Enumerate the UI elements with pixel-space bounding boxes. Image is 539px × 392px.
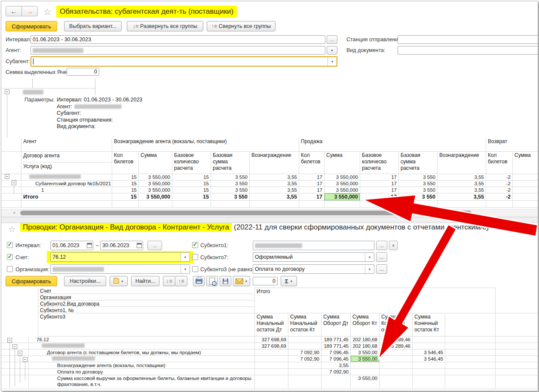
- value-cell[interactable]: [413, 337, 445, 343]
- row-label[interactable]: 76.12: [29, 337, 255, 343]
- expander-icon[interactable]: −: [7, 338, 12, 343]
- find-button[interactable]: Найти...: [131, 276, 159, 286]
- value-cell[interactable]: [288, 337, 322, 343]
- value-cell[interactable]: 3 550,000: [325, 193, 360, 201]
- collapse-all-groups-button[interactable]: ↑≡ Свернуть все группы: [207, 21, 276, 31]
- value-cell[interactable]: 17: [360, 187, 399, 193]
- value-cell[interactable]: [513, 174, 538, 181]
- value-cell[interactable]: 3 550,000: [325, 174, 360, 181]
- value-cell[interactable]: 17: [299, 193, 325, 201]
- favorite-star-icon[interactable]: ☆: [8, 224, 15, 234]
- value-cell[interactable]: [413, 369, 445, 375]
- generate-button[interactable]: Сформировать: [6, 21, 57, 31]
- value-cell[interactable]: 3,55: [438, 174, 486, 181]
- value-cell[interactable]: 7 092,90: [322, 369, 351, 375]
- row-label[interactable]: 1: [21, 187, 112, 193]
- subconto3-checkbox[interactable]: [192, 266, 198, 272]
- value-cell[interactable]: 315 289,46: [380, 337, 413, 343]
- chevron-down-icon[interactable]: ▼: [365, 253, 374, 261]
- subconto3-input[interactable]: Оплата по договору ▼: [253, 264, 374, 274]
- generate-button[interactable]: Сформировать: [6, 276, 57, 286]
- favorite-star-icon[interactable]: ☆: [43, 7, 52, 17]
- chevron-down-icon[interactable]: ▼: [328, 57, 337, 66]
- value-cell[interactable]: [255, 375, 288, 389]
- column-header[interactable]: Вознаграждение: [250, 152, 299, 174]
- chevron-down-icon[interactable]: ▼: [365, 265, 374, 273]
- value-cell[interactable]: 3 550: [399, 187, 438, 193]
- column-header[interactable]: Базовое количесво расчета: [172, 152, 211, 174]
- subconto1-input[interactable]: [253, 241, 374, 250]
- value-cell[interactable]: 189 771,45: [322, 337, 351, 343]
- column-header[interactable]: Базовая сумма расчета: [399, 152, 438, 174]
- column-header[interactable]: Базовая сумма расчета: [211, 152, 250, 174]
- doc-type-input[interactable]: [398, 46, 538, 55]
- expander-icon[interactable]: −: [5, 174, 9, 179]
- value-cell[interactable]: 3,55: [322, 362, 351, 369]
- value-cell[interactable]: 7 092,90: [288, 349, 322, 356]
- value-cell[interactable]: [351, 362, 380, 369]
- value-cell[interactable]: 202 180,68: [351, 343, 380, 349]
- value-cell[interactable]: 3 550: [211, 181, 250, 187]
- value-cell[interactable]: 3 550,00: [351, 349, 380, 356]
- value-cell[interactable]: -2: [486, 187, 513, 193]
- forward-button[interactable]: →: [21, 6, 38, 16]
- column-header[interactable]: Базовое количесво расчета: [360, 152, 399, 174]
- account-input[interactable]: 76.12 ▼: [50, 252, 190, 262]
- subconto7-more-button[interactable]: ...: [376, 252, 387, 262]
- expander-icon[interactable]: −: [18, 351, 22, 355]
- value-cell[interactable]: 17: [360, 193, 399, 201]
- value-cell[interactable]: [413, 362, 445, 369]
- row-label[interactable]: [21, 174, 112, 181]
- value-cell[interactable]: 15: [112, 181, 139, 187]
- value-cell[interactable]: 327 698,69: [255, 337, 288, 343]
- value-cell[interactable]: 3,55: [250, 187, 299, 193]
- value-cell[interactable]: 17: [299, 187, 325, 193]
- value-cell[interactable]: 3,55: [438, 181, 486, 187]
- interval-checkbox[interactable]: ✓: [7, 242, 13, 248]
- value-cell[interactable]: 3 550,00: [351, 356, 380, 362]
- row-header[interactable]: Субконто1, №: [38, 307, 255, 313]
- value-cell[interactable]: 315 289,46: [380, 343, 413, 349]
- account-checkbox[interactable]: ✓: [7, 254, 13, 260]
- value-cell[interactable]: 15: [172, 174, 211, 181]
- column-header[interactable]: Сумма Конечный остаток Кт: [413, 313, 445, 337]
- expander-icon[interactable]: −: [23, 357, 28, 362]
- value-cell[interactable]: 3 550,000: [325, 181, 360, 187]
- value-cell[interactable]: 327 698,69: [255, 343, 288, 349]
- chevron-down-icon[interactable]: ▼: [181, 265, 190, 273]
- subconto3-more-button[interactable]: ...: [376, 264, 387, 274]
- row-header[interactable]: Агент: [21, 138, 112, 152]
- interval-more-button[interactable]: ...: [327, 35, 337, 44]
- value-cell[interactable]: 3,55: [250, 174, 299, 181]
- print-button[interactable]: [193, 276, 205, 286]
- value-cell[interactable]: [380, 375, 413, 389]
- subconto7-input[interactable]: Оформляемый ▼: [253, 252, 374, 262]
- row-header[interactable]: Субконто2.Вид договора: [38, 300, 255, 307]
- row-label[interactable]: [29, 343, 255, 349]
- value-cell[interactable]: -2: [486, 193, 513, 201]
- choose-variant-button[interactable]: Выбрать вариант...: [64, 21, 122, 31]
- row-label[interactable]: Оплата по договору: [29, 369, 255, 375]
- value-cell[interactable]: 7 096,45: [322, 356, 351, 362]
- value-cell[interactable]: 3,55: [250, 193, 299, 201]
- value-cell[interactable]: [255, 356, 288, 362]
- scrollbar-thumb[interactable]: [20, 211, 472, 215]
- value-cell[interactable]: [288, 375, 322, 389]
- subconto1-clear-button[interactable]: ×: [389, 241, 398, 250]
- row-label[interactable]: Итого: [21, 193, 112, 201]
- chevron-down-icon[interactable]: ▼: [181, 253, 190, 261]
- subagent-input[interactable]: ▼: [31, 56, 337, 67]
- value-cell[interactable]: 3,55: [250, 181, 299, 187]
- value-cell[interactable]: 15: [112, 187, 139, 193]
- value-cell[interactable]: [255, 349, 288, 356]
- column-header[interactable]: Сумма: [325, 152, 360, 174]
- row-header[interactable]: Субконто3: [38, 313, 255, 337]
- expand-all-groups-button[interactable]: ↓≡ Развернуть все группы: [127, 21, 203, 31]
- organization-input[interactable]: ▼: [50, 264, 190, 274]
- horizontal-scrollbar[interactable]: ◄: [1, 209, 538, 217]
- value-cell[interactable]: 17: [299, 174, 325, 181]
- value-cell[interactable]: 17: [299, 181, 325, 187]
- row-label[interactable]: Договор агента (с поставщиком билетов, м…: [29, 349, 255, 356]
- organization-checkbox[interactable]: [7, 266, 13, 272]
- column-header[interactable]: Вознаграждение: [438, 152, 486, 174]
